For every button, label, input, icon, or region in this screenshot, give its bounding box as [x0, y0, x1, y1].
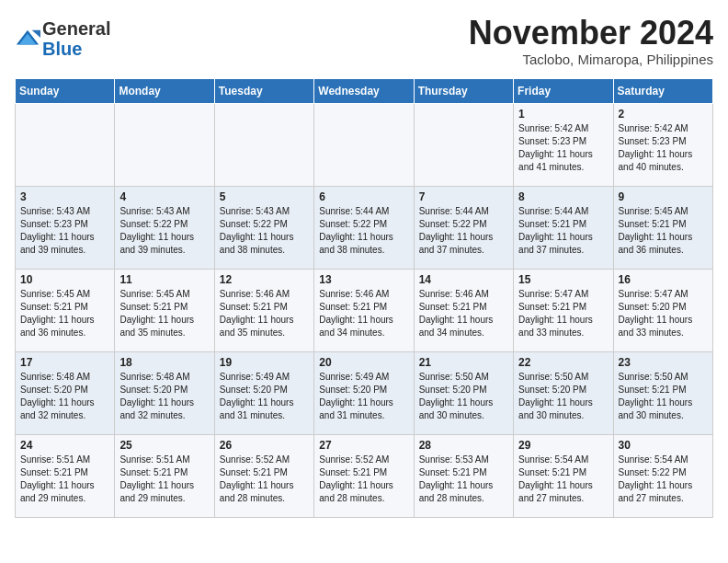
calendar-body: 1Sunrise: 5:42 AM Sunset: 5:23 PM Daylig…: [16, 103, 713, 517]
day-info: Sunrise: 5:49 AM Sunset: 5:20 PM Dayligh…: [220, 371, 309, 422]
day-number: 24: [20, 439, 109, 452]
col-wednesday: Wednesday: [314, 78, 414, 103]
day-info: Sunrise: 5:45 AM Sunset: 5:21 PM Dayligh…: [20, 288, 109, 339]
calendar-cell: 29Sunrise: 5:54 AM Sunset: 5:21 PM Dayli…: [514, 434, 613, 517]
day-info: Sunrise: 5:44 AM Sunset: 5:22 PM Dayligh…: [419, 205, 508, 257]
day-number: 7: [419, 190, 508, 203]
col-saturday: Saturday: [613, 78, 712, 103]
header: General Blue November 2024 Taclobo, Mima…: [15, 15, 713, 67]
day-info: Sunrise: 5:51 AM Sunset: 5:21 PM Dayligh…: [20, 454, 109, 505]
day-number: 17: [20, 356, 109, 369]
calendar-week-4: 17Sunrise: 5:48 AM Sunset: 5:20 PM Dayli…: [16, 351, 713, 434]
title-block: November 2024 Taclobo, Mimaropa, Philipp…: [469, 15, 713, 67]
day-info: Sunrise: 5:43 AM Sunset: 5:23 PM Dayligh…: [20, 205, 109, 257]
day-number: 26: [220, 439, 309, 452]
day-info: Sunrise: 5:42 AM Sunset: 5:23 PM Dayligh…: [619, 122, 708, 174]
calendar-cell: 21Sunrise: 5:50 AM Sunset: 5:20 PM Dayli…: [414, 351, 513, 434]
day-info: Sunrise: 5:44 AM Sunset: 5:22 PM Dayligh…: [319, 205, 408, 257]
day-info: Sunrise: 5:42 AM Sunset: 5:23 PM Dayligh…: [518, 122, 608, 174]
calendar-cell: 14Sunrise: 5:46 AM Sunset: 5:21 PM Dayli…: [414, 269, 513, 351]
day-info: Sunrise: 5:50 AM Sunset: 5:20 PM Dayligh…: [518, 371, 608, 422]
calendar-cell: 4Sunrise: 5:43 AM Sunset: 5:22 PM Daylig…: [115, 186, 214, 269]
col-friday: Friday: [514, 78, 613, 103]
day-info: Sunrise: 5:50 AM Sunset: 5:21 PM Dayligh…: [619, 371, 708, 422]
day-number: 18: [119, 356, 209, 369]
day-info: Sunrise: 5:54 AM Sunset: 5:22 PM Dayligh…: [619, 454, 708, 505]
day-number: 3: [20, 190, 109, 203]
day-info: Sunrise: 5:50 AM Sunset: 5:20 PM Dayligh…: [419, 371, 508, 422]
day-number: 30: [619, 439, 708, 452]
day-info: Sunrise: 5:46 AM Sunset: 5:21 PM Dayligh…: [319, 288, 408, 339]
day-number: 13: [319, 273, 408, 286]
calendar-cell: 19Sunrise: 5:49 AM Sunset: 5:20 PM Dayli…: [214, 351, 313, 434]
calendar-week-2: 3Sunrise: 5:43 AM Sunset: 5:23 PM Daylig…: [16, 186, 713, 269]
day-number: 20: [319, 356, 408, 369]
day-info: Sunrise: 5:48 AM Sunset: 5:20 PM Dayligh…: [20, 371, 109, 422]
calendar-cell: 7Sunrise: 5:44 AM Sunset: 5:22 PM Daylig…: [414, 186, 513, 269]
day-number: 27: [319, 439, 408, 452]
logo-blue: Blue: [42, 39, 82, 59]
calendar-cell: 9Sunrise: 5:45 AM Sunset: 5:21 PM Daylig…: [613, 186, 712, 269]
calendar-cell: [16, 103, 115, 186]
calendar-cell: 1Sunrise: 5:42 AM Sunset: 5:23 PM Daylig…: [514, 103, 613, 186]
calendar-cell: 25Sunrise: 5:51 AM Sunset: 5:21 PM Dayli…: [115, 434, 214, 517]
calendar-cell: 6Sunrise: 5:44 AM Sunset: 5:22 PM Daylig…: [314, 186, 414, 269]
day-number: 12: [220, 273, 309, 286]
calendar-cell: 15Sunrise: 5:47 AM Sunset: 5:21 PM Dayli…: [514, 269, 613, 351]
calendar-week-1: 1Sunrise: 5:42 AM Sunset: 5:23 PM Daylig…: [16, 103, 713, 186]
day-number: 6: [319, 190, 408, 203]
day-number: 14: [419, 273, 508, 286]
day-number: 15: [518, 273, 608, 286]
logo-icon: [15, 26, 40, 52]
day-info: Sunrise: 5:46 AM Sunset: 5:21 PM Dayligh…: [220, 288, 309, 339]
calendar-cell: 28Sunrise: 5:53 AM Sunset: 5:21 PM Dayli…: [414, 434, 513, 517]
location: Taclobo, Mimaropa, Philippines: [469, 52, 713, 67]
day-number: 22: [518, 356, 608, 369]
day-number: 29: [518, 439, 608, 452]
col-tuesday: Tuesday: [214, 78, 313, 103]
logo-general: General: [42, 18, 110, 39]
calendar-cell: [414, 103, 513, 186]
calendar-week-5: 24Sunrise: 5:51 AM Sunset: 5:21 PM Dayli…: [16, 434, 713, 517]
day-info: Sunrise: 5:43 AM Sunset: 5:22 PM Dayligh…: [220, 205, 309, 257]
day-info: Sunrise: 5:53 AM Sunset: 5:21 PM Dayligh…: [419, 454, 508, 505]
calendar-week-3: 10Sunrise: 5:45 AM Sunset: 5:21 PM Dayli…: [16, 269, 713, 351]
day-info: Sunrise: 5:45 AM Sunset: 5:21 PM Dayligh…: [619, 205, 708, 257]
day-number: 5: [220, 190, 309, 203]
calendar-cell: 22Sunrise: 5:50 AM Sunset: 5:20 PM Dayli…: [514, 351, 613, 434]
day-number: 2: [619, 108, 708, 121]
calendar-cell: 12Sunrise: 5:46 AM Sunset: 5:21 PM Dayli…: [214, 269, 313, 351]
calendar-cell: 3Sunrise: 5:43 AM Sunset: 5:23 PM Daylig…: [16, 186, 115, 269]
day-number: 19: [220, 356, 309, 369]
calendar-cell: 27Sunrise: 5:52 AM Sunset: 5:21 PM Dayli…: [314, 434, 414, 517]
day-number: 23: [619, 356, 708, 369]
day-number: 28: [419, 439, 508, 452]
day-info: Sunrise: 5:54 AM Sunset: 5:21 PM Dayligh…: [518, 454, 608, 505]
month-title: November 2024: [469, 15, 713, 52]
calendar-table: Sunday Monday Tuesday Wednesday Thursday…: [15, 78, 713, 518]
day-info: Sunrise: 5:52 AM Sunset: 5:21 PM Dayligh…: [319, 454, 408, 505]
calendar-cell: 20Sunrise: 5:49 AM Sunset: 5:20 PM Dayli…: [314, 351, 414, 434]
day-info: Sunrise: 5:44 AM Sunset: 5:21 PM Dayligh…: [518, 205, 608, 257]
day-info: Sunrise: 5:49 AM Sunset: 5:20 PM Dayligh…: [319, 371, 408, 422]
col-sunday: Sunday: [16, 78, 115, 103]
day-info: Sunrise: 5:51 AM Sunset: 5:21 PM Dayligh…: [119, 454, 209, 505]
calendar-cell: 10Sunrise: 5:45 AM Sunset: 5:21 PM Dayli…: [16, 269, 115, 351]
day-number: 21: [419, 356, 508, 369]
day-number: 10: [20, 273, 109, 286]
day-info: Sunrise: 5:46 AM Sunset: 5:21 PM Dayligh…: [419, 288, 508, 339]
calendar-cell: 26Sunrise: 5:52 AM Sunset: 5:21 PM Dayli…: [214, 434, 313, 517]
logo-text: General Blue: [42, 18, 110, 59]
calendar-cell: 11Sunrise: 5:45 AM Sunset: 5:21 PM Dayli…: [115, 269, 214, 351]
calendar-cell: [115, 103, 214, 186]
calendar-cell: 8Sunrise: 5:44 AM Sunset: 5:21 PM Daylig…: [514, 186, 613, 269]
day-info: Sunrise: 5:47 AM Sunset: 5:21 PM Dayligh…: [518, 288, 608, 339]
day-number: 8: [518, 190, 608, 203]
day-info: Sunrise: 5:48 AM Sunset: 5:20 PM Dayligh…: [119, 371, 209, 422]
logo: General Blue: [15, 18, 110, 59]
day-number: 9: [619, 190, 708, 203]
col-monday: Monday: [115, 78, 214, 103]
day-info: Sunrise: 5:47 AM Sunset: 5:20 PM Dayligh…: [619, 288, 708, 339]
day-info: Sunrise: 5:45 AM Sunset: 5:21 PM Dayligh…: [119, 288, 209, 339]
calendar-cell: 30Sunrise: 5:54 AM Sunset: 5:22 PM Dayli…: [613, 434, 712, 517]
